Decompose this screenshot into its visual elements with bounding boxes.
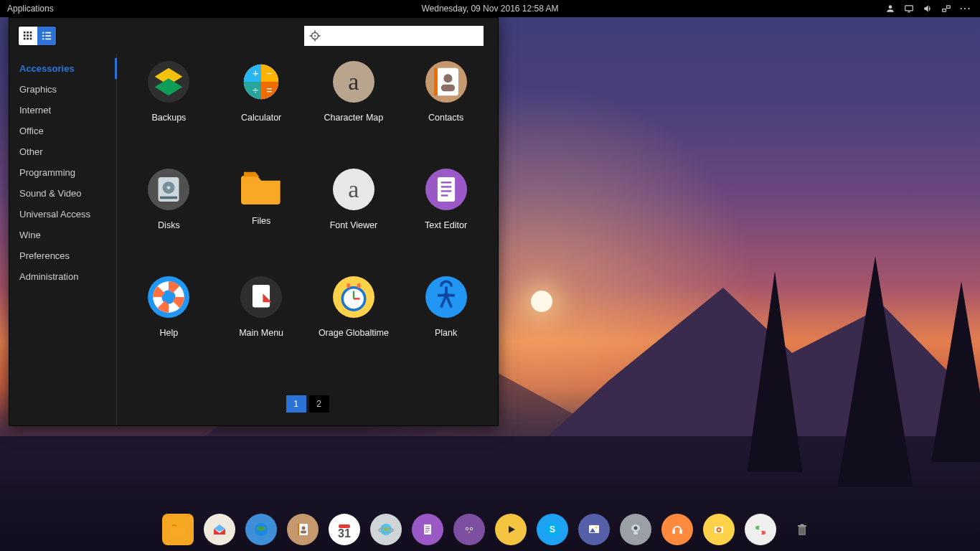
volume-icon[interactable] [923, 4, 933, 14]
dock-player[interactable] [495, 514, 527, 545]
svg-rect-5 [27, 32, 29, 34]
app-help[interactable]: Help [126, 276, 212, 338]
svg-rect-86 [633, 532, 638, 534]
category-list: AccessoriesGraphicsInternetOfficeOtherPr… [9, 54, 117, 425]
category-office[interactable]: Office [9, 121, 116, 141]
dock-trash[interactable] [786, 514, 818, 545]
panel-more-icon[interactable]: ··· [960, 4, 971, 14]
app-main-menu[interactable]: Main Menu [218, 276, 304, 338]
dock-music[interactable] [661, 514, 693, 545]
category-administration[interactable]: Administration [9, 266, 116, 287]
dock-web[interactable] [245, 514, 277, 545]
svg-point-76 [471, 528, 472, 529]
app-label: Main Menu [218, 328, 304, 338]
category-internet[interactable]: Internet [9, 100, 116, 121]
svg-rect-67 [424, 524, 431, 534]
svg-rect-2 [943, 9, 946, 11]
app-label: Contacts [403, 113, 489, 123]
svg-rect-53 [357, 283, 361, 288]
dock-pidgin[interactable] [453, 514, 485, 545]
category-programming[interactable]: Programming [9, 162, 116, 183]
svg-marker-78 [509, 526, 515, 533]
category-wine[interactable]: Wine [9, 225, 116, 245]
category-other[interactable]: Other [9, 141, 116, 162]
svg-point-75 [466, 528, 468, 529]
page-1[interactable]: 1 [286, 395, 306, 413]
dock-software[interactable] [703, 514, 735, 545]
svg-rect-39 [438, 177, 455, 202]
svg-rect-62 [301, 531, 306, 534]
svg-rect-32 [434, 68, 438, 96]
app-plank[interactable]: Plank [403, 276, 489, 338]
svg-text:=: = [266, 85, 272, 96]
app-label: Disks [126, 220, 212, 230]
page-2[interactable]: 2 [309, 395, 329, 413]
category-sound-video[interactable]: Sound & Video [9, 183, 116, 204]
svg-rect-98 [801, 524, 804, 526]
app-disks[interactable]: Disks [126, 169, 212, 230]
dock-files[interactable] [162, 514, 194, 545]
app-label: Backups [126, 113, 212, 123]
user-icon[interactable] [885, 4, 895, 14]
svg-rect-60 [298, 524, 299, 535]
app-orage-globaltime[interactable]: Orage Globaltime [311, 276, 397, 338]
contacts-icon [425, 61, 467, 103]
applications-menu-button[interactable]: Applications [0, 4, 61, 14]
svg-rect-18 [45, 39, 51, 40]
svg-text:S: S [550, 524, 555, 534]
category-graphics[interactable]: Graphics [9, 79, 116, 100]
app-label: Help [126, 328, 212, 338]
app-files[interactable]: Files [218, 169, 304, 226]
view-mode-toggle [18, 26, 57, 46]
svg-rect-6 [30, 32, 32, 34]
app-font-viewer[interactable]: aFont Viewer [311, 169, 397, 230]
svg-point-24 [314, 35, 316, 37]
app-label: Files [218, 216, 304, 226]
dock-mail[interactable] [204, 514, 235, 545]
app-search-input[interactable] [304, 26, 484, 46]
svg-rect-8 [27, 34, 29, 37]
disks-icon [148, 169, 189, 210]
dock-camera[interactable] [620, 514, 651, 545]
dock-skype[interactable]: S [537, 514, 568, 545]
help-icon [148, 276, 189, 318]
svg-rect-12 [30, 38, 32, 40]
app-backups[interactable]: Backups [126, 61, 212, 123]
dock-calendar[interactable]: 31 [329, 514, 360, 545]
app-text-editor[interactable]: Text Editor [403, 169, 489, 230]
app-calculator[interactable]: +−÷=Calculator [218, 61, 304, 123]
svg-text:÷: ÷ [253, 85, 258, 96]
display-icon[interactable] [904, 4, 914, 14]
application-grid: Backups+−÷=CalculatoraCharacter MapConta… [123, 58, 492, 391]
dock-settings[interactable] [745, 514, 776, 545]
dock-earth[interactable] [370, 514, 402, 545]
svg-rect-7 [24, 34, 26, 37]
network-icon[interactable] [941, 4, 951, 14]
category-universal-access[interactable]: Universal Access [9, 204, 116, 225]
calculator-icon: +−÷= [240, 61, 282, 103]
view-list-button[interactable] [37, 27, 56, 45]
svg-rect-46 [253, 285, 270, 307]
svg-marker-26 [155, 78, 183, 95]
app-character-map[interactable]: aCharacter Map [311, 61, 397, 123]
app-label: Orage Globaltime [311, 328, 397, 338]
panel-clock[interactable]: Wednesday, 09 Nov 2016 12:58 AM [421, 4, 558, 14]
app-label: Calculator [218, 113, 304, 123]
charmap-icon: a [333, 61, 374, 103]
svg-point-85 [634, 527, 638, 530]
search-target-icon [308, 29, 321, 42]
dock-photos[interactable] [578, 514, 610, 545]
svg-rect-13 [42, 32, 44, 34]
calendar-day: 31 [338, 527, 351, 540]
category-preferences[interactable]: Preferences [9, 245, 116, 266]
category-accessories[interactable]: Accessories [9, 58, 116, 79]
dock-notes[interactable] [412, 514, 443, 545]
svg-rect-9 [30, 34, 32, 37]
svg-rect-52 [347, 283, 350, 288]
view-grid-button[interactable] [19, 27, 37, 45]
dock-contacts[interactable] [287, 514, 319, 545]
svg-point-33 [443, 74, 452, 83]
app-contacts[interactable]: Contacts [403, 61, 489, 123]
svg-text:+: + [253, 67, 258, 79]
svg-text:−: − [266, 67, 272, 79]
